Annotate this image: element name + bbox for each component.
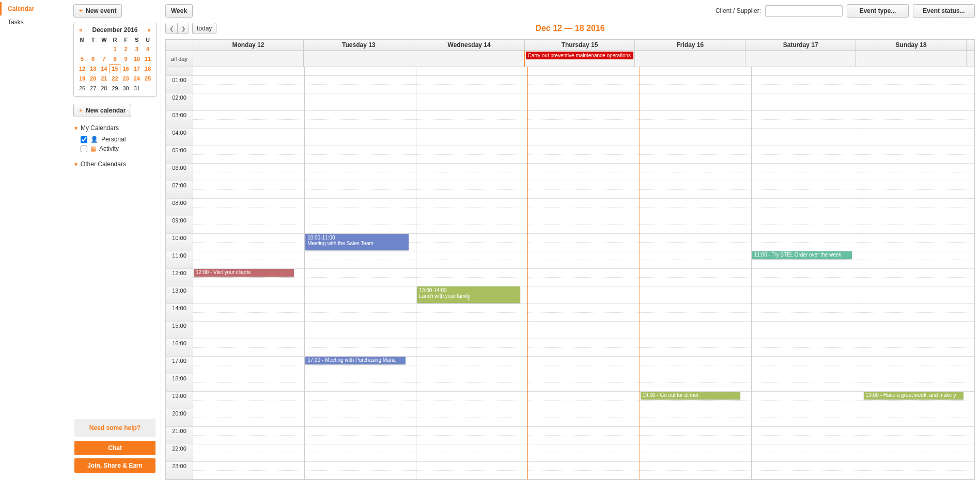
calendar-event[interactable]: 13:00-14:00Lunch with your family= bbox=[417, 286, 520, 303]
hour-slot[interactable] bbox=[416, 146, 527, 164]
allday-cell[interactable] bbox=[193, 51, 303, 67]
view-week-button[interactable]: Week bbox=[165, 4, 193, 18]
prev-week-button[interactable]: ❮ bbox=[166, 23, 177, 34]
minical-next-button[interactable]: » bbox=[145, 26, 153, 34]
calendar-event[interactable]: 17:00 - Meeting with Purchasing Mana= bbox=[305, 357, 406, 364]
hour-slot[interactable] bbox=[752, 286, 863, 304]
hour-slot[interactable] bbox=[305, 67, 416, 76]
calendar-scroll[interactable]: 00:0001:0002:0003:0004:0005:0006:0007:00… bbox=[166, 67, 974, 479]
minical-day[interactable]: 14 bbox=[99, 64, 109, 73]
calendar-checkbox[interactable] bbox=[81, 136, 87, 143]
hour-slot[interactable] bbox=[752, 93, 863, 111]
calendar-event[interactable]: 10:00-11:00Meeting with the Sales Team= bbox=[305, 234, 409, 250]
hour-slot[interactable] bbox=[193, 146, 304, 164]
minical-day[interactable]: 6 bbox=[88, 54, 98, 63]
day-column[interactable] bbox=[527, 67, 640, 479]
resize-handle-icon[interactable]: = bbox=[417, 298, 520, 303]
minical-day[interactable]: 23 bbox=[121, 74, 131, 83]
hour-slot[interactable] bbox=[863, 76, 974, 93]
day-column[interactable]: 19:00 - Have a great week, and make y= bbox=[863, 67, 974, 479]
hour-slot[interactable] bbox=[416, 76, 527, 93]
hour-slot[interactable] bbox=[193, 322, 304, 339]
hour-slot[interactable] bbox=[528, 322, 639, 339]
hour-slot[interactable] bbox=[640, 462, 751, 479]
hour-slot[interactable] bbox=[528, 444, 639, 462]
hour-slot[interactable] bbox=[863, 164, 974, 181]
minical-day[interactable]: 10 bbox=[132, 54, 142, 63]
hour-slot[interactable] bbox=[416, 462, 527, 479]
hour-slot[interactable] bbox=[305, 339, 416, 357]
hour-slot[interactable] bbox=[528, 181, 639, 199]
resize-handle-icon[interactable]: = bbox=[641, 395, 741, 399]
hour-slot[interactable] bbox=[305, 216, 416, 234]
hour-slot[interactable] bbox=[416, 269, 527, 286]
hour-slot[interactable] bbox=[752, 129, 863, 146]
hour-slot[interactable] bbox=[528, 409, 639, 427]
hour-slot[interactable] bbox=[640, 409, 751, 427]
hour-slot[interactable] bbox=[640, 269, 751, 286]
hour-slot[interactable] bbox=[193, 164, 304, 181]
hour-slot[interactable] bbox=[752, 409, 863, 427]
hour-slot[interactable] bbox=[193, 339, 304, 357]
hour-slot[interactable] bbox=[305, 251, 416, 269]
hour-slot[interactable] bbox=[416, 164, 527, 181]
hour-slot[interactable] bbox=[528, 146, 639, 164]
hour-slot[interactable] bbox=[863, 111, 974, 129]
share-button[interactable]: Join, Share & Earn bbox=[74, 458, 155, 473]
hour-slot[interactable] bbox=[528, 269, 639, 286]
minical-day[interactable]: 1 bbox=[110, 44, 120, 54]
hour-slot[interactable] bbox=[863, 251, 974, 269]
hour-slot[interactable] bbox=[416, 322, 527, 339]
hour-slot[interactable] bbox=[640, 251, 751, 269]
minical-day[interactable]: 29 bbox=[110, 84, 120, 93]
minical-day[interactable]: 4 bbox=[143, 44, 153, 54]
help-button[interactable]: Need some help? bbox=[74, 419, 155, 437]
hour-slot[interactable] bbox=[528, 129, 639, 146]
hour-slot[interactable] bbox=[305, 304, 416, 322]
hour-slot[interactable] bbox=[863, 444, 974, 462]
hour-slot[interactable] bbox=[305, 286, 416, 304]
hour-slot[interactable] bbox=[193, 286, 304, 304]
minical-day[interactable]: 27 bbox=[88, 84, 98, 93]
allday-cell[interactable] bbox=[745, 51, 855, 67]
minical-day[interactable]: 22 bbox=[110, 74, 120, 83]
hour-slot[interactable] bbox=[528, 164, 639, 181]
hour-slot[interactable] bbox=[528, 111, 639, 129]
hour-slot[interactable] bbox=[863, 67, 974, 76]
hour-slot[interactable] bbox=[640, 427, 751, 444]
hour-slot[interactable] bbox=[640, 111, 751, 129]
hour-slot[interactable] bbox=[193, 251, 304, 269]
hour-slot[interactable] bbox=[193, 111, 304, 129]
client-supplier-input[interactable] bbox=[765, 5, 843, 17]
hour-slot[interactable] bbox=[193, 427, 304, 444]
minical-day[interactable]: 16 bbox=[121, 64, 131, 73]
hour-slot[interactable] bbox=[752, 304, 863, 322]
minical-day[interactable]: 25 bbox=[143, 74, 153, 83]
hour-slot[interactable] bbox=[193, 409, 304, 427]
hour-slot[interactable] bbox=[752, 216, 863, 234]
today-button[interactable]: today bbox=[192, 23, 216, 34]
next-week-button[interactable]: ❯ bbox=[177, 23, 189, 34]
hour-slot[interactable] bbox=[528, 304, 639, 322]
minical-day[interactable]: 3 bbox=[132, 44, 142, 54]
hour-slot[interactable] bbox=[193, 129, 304, 146]
hour-slot[interactable] bbox=[752, 462, 863, 479]
minical-day[interactable]: 12 bbox=[77, 64, 87, 73]
hour-slot[interactable] bbox=[863, 199, 974, 216]
nav-tasks[interactable]: Tasks bbox=[0, 15, 69, 29]
hour-slot[interactable] bbox=[752, 374, 863, 392]
hour-slot[interactable] bbox=[863, 181, 974, 199]
hour-slot[interactable] bbox=[863, 427, 974, 444]
hour-slot[interactable] bbox=[416, 409, 527, 427]
hour-slot[interactable] bbox=[193, 67, 304, 76]
hour-slot[interactable] bbox=[863, 304, 974, 322]
hour-slot[interactable] bbox=[528, 199, 639, 216]
chat-button[interactable]: Chat bbox=[74, 441, 155, 455]
hour-slot[interactable] bbox=[863, 409, 974, 427]
hour-slot[interactable] bbox=[752, 234, 863, 251]
hour-slot[interactable] bbox=[193, 93, 304, 111]
hour-slot[interactable] bbox=[305, 146, 416, 164]
hour-slot[interactable] bbox=[640, 357, 751, 374]
minical-day[interactable]: 8 bbox=[110, 54, 120, 63]
hour-slot[interactable] bbox=[640, 304, 751, 322]
